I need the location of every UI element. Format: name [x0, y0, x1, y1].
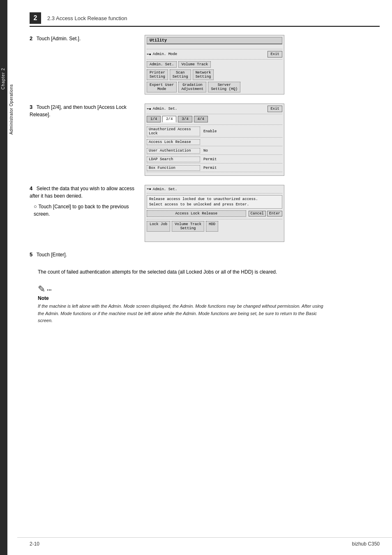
tab-4-4[interactable]: 4/4 — [194, 116, 208, 122]
chapter-badge: 2 — [30, 12, 41, 24]
step-4-text: 4 Select the data that you wish to allow… — [30, 185, 136, 218]
box-function-value: Permit — [203, 166, 217, 170]
screen1-row3: Expert UserMode GradationAdjustment Serv… — [147, 82, 282, 92]
footer-product-name: bizhub C350 — [352, 541, 380, 547]
gradation-btn[interactable]: GradationAdjustment — [178, 82, 206, 92]
access-lock-release-label[interactable]: Access Lock Release — [147, 139, 200, 145]
step-5: 5 Touch [Enter]. The count of failed aut… — [30, 251, 380, 276]
step-number-2: 2 — [30, 35, 32, 41]
step-5-description: The count of failed authentication attem… — [38, 269, 277, 275]
screen3-bottom-btns: Lock Job Volume TrackSetting HDD — [147, 221, 282, 232]
tab-2-4[interactable]: 2/4 — [162, 116, 176, 122]
screen2-item-4: LDAP Search Permit — [147, 157, 282, 164]
user-auth-label: User Authentication — [147, 148, 200, 154]
screen3-info-line2: Select access to be unlocked and press E… — [149, 202, 280, 207]
screen2-header-row: ⬅● Admin. Set. Exit — [147, 106, 282, 112]
screen-1-mockup: Utility ⬅● Admin. Mode Exit Admin. Set. … — [145, 35, 284, 94]
step-2: 2 Touch [Admin. Set.]. Utility ⬅● Admin.… — [30, 35, 380, 94]
hdd-btn[interactable]: HDD — [206, 221, 218, 232]
chapter-number: 2 — [34, 14, 37, 22]
cancel-btn[interactable]: Cancel — [249, 211, 266, 216]
screen2-item-5: Box Function Permit — [147, 165, 282, 172]
user-auth-value: No — [203, 149, 208, 153]
admin-set-btn[interactable]: Admin. Set. — [147, 61, 177, 68]
screen2-item-1: Unauthorized AccessLock Enable — [147, 127, 282, 138]
step-4-sub: Touch [Cancel] to go back to the previou… — [30, 203, 136, 218]
main-content: 2 2.3 Access Lock Release function 2 Tou… — [17, 0, 392, 343]
footer-page-number: 2-10 — [30, 541, 39, 547]
step-3-text: 3 Touch [2/4], and then touch [Access Lo… — [30, 104, 136, 118]
tab-1-4[interactable]: 1/4 — [147, 116, 161, 122]
screen1-mode-text: Admin. Mode — [153, 52, 177, 56]
step-text-4: Select the data that you wish to allow a… — [30, 186, 134, 199]
enter-btn[interactable]: Enter — [267, 211, 282, 216]
note-title: Note — [38, 295, 380, 301]
screen3-info: Release access locked due to unauthorize… — [147, 195, 282, 209]
step-text-3: Touch [2/4], and then touch [Access Lock… — [30, 104, 127, 117]
volume-track-setting-btn[interactable]: Volume TrackSetting — [172, 221, 204, 232]
access-lock-release-btn[interactable]: Access Lock Release — [147, 210, 246, 217]
screen2-item-3: User Authentication No — [147, 148, 282, 155]
header-title: 2.3 Access Lock Release function — [47, 15, 127, 21]
screen2-exit-btn[interactable]: Exit — [267, 106, 282, 112]
note-header: ✎ ... — [38, 285, 380, 294]
screen3-mode-text: Admin. Set. — [153, 187, 177, 191]
network-setting-btn[interactable]: NetworkSetting — [193, 69, 214, 80]
screen3-access-row: Access Lock Release Cancel Enter — [147, 210, 282, 217]
unauthorized-access-label: Unauthorized AccessLock — [147, 127, 200, 136]
tab-3-4[interactable]: 3/4 — [178, 116, 192, 122]
lock-job-btn[interactable]: Lock Job — [147, 221, 170, 232]
ldap-search-label: LDAP Search — [147, 157, 200, 162]
chapter-text: Chapter 2 — [1, 68, 5, 90]
page-header: 2 2.3 Access Lock Release function — [30, 12, 380, 27]
note-text: If the machine is left alone with the Ad… — [38, 303, 325, 325]
scan-setting-btn[interactable]: ScanSetting — [170, 69, 191, 80]
page-footer: 2-10 bizhub C350 — [17, 537, 392, 547]
step-number-3: 3 — [30, 104, 32, 110]
screen1-header-row: ⬅● Admin. Mode Exit — [147, 51, 282, 58]
step-2-text: 2 Touch [Admin. Set.]. — [30, 35, 136, 42]
expert-user-btn[interactable]: Expert UserMode — [147, 82, 177, 92]
ldap-search-value: Permit — [203, 157, 217, 161]
screen1-exit-btn[interactable]: Exit — [267, 51, 282, 58]
volume-track-btn[interactable]: Volume Track — [178, 61, 211, 68]
note-icon: ✎ — [38, 285, 45, 294]
box-function-label: Box Function — [147, 165, 200, 171]
screen3-header-row: ⬅● Admin. Set. — [147, 187, 282, 191]
screen2-mode-text: Admin. Set. — [153, 107, 177, 111]
screen1-row1: Admin. Set. Volume Track — [147, 61, 282, 68]
admin-text: Administrator Operations — [9, 84, 14, 135]
screen1-title: Utility — [147, 37, 282, 44]
screen3-info-line1: Release access locked due to unauthorize… — [149, 197, 280, 202]
screen2-item-2[interactable]: Access Lock Release — [147, 139, 282, 146]
step-text-5: Touch [Enter]. — [37, 252, 67, 258]
step-4-sub-text: Touch [Cancel] to go back to the previou… — [34, 204, 129, 217]
screen-3-mockup: ⬅● Admin. Set. Release access locked due… — [145, 185, 284, 242]
step-3: 3 Touch [2/4], and then touch [Access Lo… — [30, 104, 380, 176]
screen2-mode: ⬅● Admin. Set. — [147, 107, 177, 111]
unauthorized-access-value: Enable — [203, 129, 217, 134]
step-5-row: 5 Touch [Enter]. — [30, 251, 67, 258]
server-setting-btn[interactable]: ServerSetting (HQ) — [208, 82, 240, 92]
screen2-tabs: 1/4 2/4 3/4 4/4 — [147, 116, 282, 122]
screen-2-mockup: ⬅● Admin. Set. Exit 1/4 2/4 3/4 4/4 Unau… — [145, 104, 284, 176]
screen3-action-btns: Cancel Enter — [249, 211, 282, 216]
step-number-5: 5 — [30, 251, 32, 258]
sidebar-chapter-label: Chapter 2 — [0, 66, 7, 92]
screen3-mode: ⬅● Admin. Set. — [147, 187, 177, 191]
step-number-4: 4 — [30, 185, 32, 191]
printer-setting-btn[interactable]: PrinterSetting — [147, 69, 168, 80]
step-text-2: Touch [Admin. Set.]. — [37, 36, 81, 41]
screen1-row2: PrinterSetting ScanSetting NetworkSettin… — [147, 69, 282, 80]
screen1-mode: ⬅● Admin. Mode — [147, 52, 177, 57]
note-section: ✎ ... Note If the machine is left alone … — [38, 285, 380, 325]
step-4: 4 Select the data that you wish to allow… — [30, 185, 380, 242]
sidebar-admin-label: Administrator Operations — [8, 82, 16, 137]
